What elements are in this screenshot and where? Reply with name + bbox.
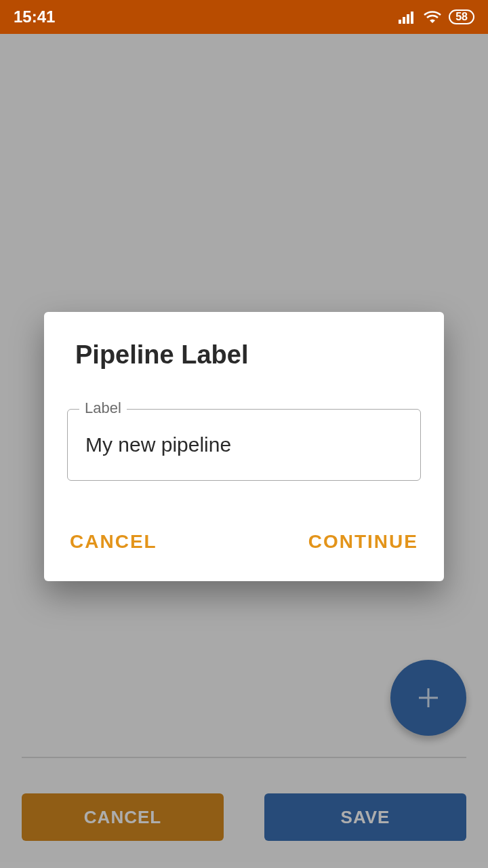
- battery-value: 58: [455, 11, 468, 23]
- svg-rect-0: [399, 20, 401, 24]
- battery-indicator: 58: [449, 9, 474, 24]
- dialog-cancel-label: CANCEL: [70, 531, 157, 552]
- wifi-icon: [423, 9, 442, 24]
- dialog-actions: CANCEL CONTINUE: [67, 527, 421, 562]
- label-input[interactable]: [67, 409, 421, 481]
- label-field-wrap: Label: [67, 409, 421, 481]
- dialog-continue-button[interactable]: CONTINUE: [306, 527, 421, 557]
- label-field-caption: Label: [79, 399, 127, 417]
- status-icons: 58: [399, 9, 474, 24]
- dialog-title: Pipeline Label: [75, 340, 421, 370]
- dialog-cancel-button[interactable]: CANCEL: [67, 527, 160, 557]
- status-bar: 15:41 58: [0, 0, 488, 34]
- svg-rect-2: [407, 14, 409, 24]
- dialog-continue-label: CONTINUE: [308, 531, 418, 552]
- status-time: 15:41: [14, 7, 55, 26]
- svg-rect-3: [411, 12, 413, 24]
- signal-icon: [399, 10, 416, 24]
- pipeline-label-dialog: Pipeline Label Label CANCEL CONTINUE: [44, 312, 444, 581]
- svg-rect-1: [403, 17, 405, 24]
